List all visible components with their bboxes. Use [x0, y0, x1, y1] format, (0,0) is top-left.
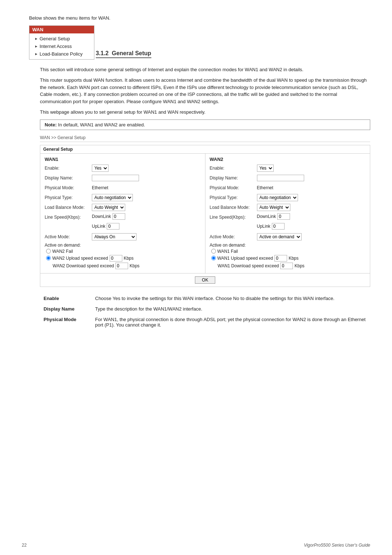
section-heading: 3.1.2 General Setup	[96, 50, 151, 58]
wan-menu-body: ► General Setup ► Internet Access ► Load…	[29, 33, 94, 59]
wan2-wan1-fail-row: WAN1 Fail	[210, 249, 366, 254]
wan1-display-name-input[interactable]	[92, 175, 139, 181]
wan2-enable-row: Enable: Yes No	[210, 164, 366, 172]
wan2-load-balance-value[interactable]: Auto Weight	[257, 204, 366, 211]
wan1-load-balance-select[interactable]: Auto Weight	[92, 204, 125, 211]
wan1-active-on-demand-label: Active on demand:	[45, 243, 81, 248]
wan1-display-name-row: Display Name:	[45, 174, 201, 182]
wan2-display-name-value[interactable]	[257, 175, 366, 181]
arrow-icon-2: ►	[34, 44, 38, 48]
wan2-line-speed-value: DownLink	[257, 213, 366, 221]
wan1-uplink-row: UpLink	[45, 223, 201, 231]
wan1-wan2-upload-input[interactable]	[110, 255, 122, 262]
form-title: General Setup	[40, 145, 370, 154]
wan2-downlink-row: DownLink	[257, 213, 366, 220]
wan2-uplink-speed-row: UpLink	[257, 223, 366, 230]
wan1-active-mode-label: Active Mode:	[45, 234, 92, 239]
wan1-physical-type-row: Physical Type: Auto negotiation	[45, 194, 201, 202]
wan2-wan1-upload-label: WAN1 Upload speed exceed	[217, 256, 273, 261]
wan2-physical-type-value[interactable]: Auto negotiation	[257, 194, 366, 201]
wan2-wan1-download-label: WAN1 Download speed exceed	[218, 263, 279, 268]
wan2-wan1-upload-input[interactable]	[274, 255, 287, 262]
desc-def-enable: Choose Yes to invoke the settings for th…	[92, 293, 369, 303]
wan1-enable-value[interactable]: Yes No	[92, 165, 201, 172]
description-table: Enable Choose Yes to invoke the settings…	[40, 293, 370, 331]
wan1-line-speed-label: Line Speed(Kbps):	[45, 215, 92, 220]
wan2-display-name-input[interactable]	[257, 175, 304, 181]
wan2-line-speed-row: Line Speed(Kbps): DownLink	[210, 213, 366, 221]
wan2-uplink-value: UpLink	[257, 223, 366, 231]
wan2-physical-mode-row: Physical Mode: Ethernet	[210, 184, 366, 192]
wan1-wan2-upload-radio[interactable]	[46, 256, 51, 260]
wan1-active-mode-value[interactable]: Always On Active on demand	[92, 233, 201, 240]
wan2-uplink-label: UpLink	[257, 224, 270, 229]
wan2-uplink-input[interactable]	[272, 223, 285, 230]
section-title: General Setup	[112, 50, 151, 56]
wan-menu-item-load-balance[interactable]: ► Load-Balance Policy	[29, 50, 94, 58]
wan1-enable-select[interactable]: Yes No	[92, 165, 109, 172]
wan2-wan1-download-unit: Kbps	[294, 263, 304, 268]
wan2-wan1-upload-radio[interactable]	[211, 256, 216, 260]
wan2-active-on-demand-label: Active on demand:	[210, 243, 246, 248]
wan1-wan2-download-unit: Kbps	[130, 263, 139, 268]
section-number: 3.1.2	[96, 50, 109, 56]
wan2-header: WAN2	[210, 157, 366, 162]
wan2-active-mode-select[interactable]: Always On Active on demand	[257, 233, 302, 240]
note-text: In default, WAN1 and WAN2 are enabled.	[58, 122, 145, 127]
wan1-enable-row: Enable: Yes No	[45, 164, 201, 172]
wan2-load-balance-label: Load Balance Mode:	[210, 205, 257, 210]
desc-row-physical-mode: Physical Mode For WAN1, the physical con…	[41, 315, 369, 330]
wan2-uplink-row: UpLink	[210, 223, 366, 231]
section-para2: This router supports dual WAN function. …	[40, 77, 370, 105]
wan2-physical-mode-label: Physical Mode:	[210, 185, 257, 190]
wan1-display-name-value[interactable]	[92, 175, 201, 181]
wan-menu-item-general-setup[interactable]: ► General Setup	[29, 35, 94, 42]
wan1-column: WAN1 Enable: Yes No Display Name:	[40, 154, 205, 273]
ok-row: OK	[40, 273, 370, 287]
wan1-wan2-download-input[interactable]	[115, 263, 128, 269]
wan1-downlink-input[interactable]	[113, 213, 125, 220]
wan2-physical-type-row: Physical Type: Auto negotiation	[210, 194, 366, 202]
wan2-enable-select[interactable]: Yes No	[257, 165, 274, 172]
wan2-physical-type-select[interactable]: Auto negotiation	[257, 194, 298, 201]
wan1-uplink-speed-row: UpLink	[92, 223, 201, 230]
wan2-downlink-input[interactable]	[277, 213, 290, 220]
arrow-icon-3: ►	[34, 52, 38, 56]
wan2-wan1-download-input[interactable]	[280, 263, 293, 269]
wan1-physical-type-select[interactable]: Auto negotiation	[92, 194, 133, 201]
wan1-wan2-upload-label: WAN2 Upload speed exceed	[52, 256, 108, 261]
wan1-display-name-label: Display Name:	[45, 175, 92, 181]
wan2-active-mode-value[interactable]: Always On Active on demand	[257, 233, 366, 240]
wan2-active-mode-label: Active Mode:	[210, 234, 257, 239]
wan1-load-balance-row: Load Balance Mode: Auto Weight	[45, 203, 201, 211]
wan1-active-mode-select[interactable]: Always On Active on demand	[92, 233, 136, 240]
wan1-physical-type-value[interactable]: Auto negotiation	[92, 194, 201, 201]
wan2-display-name-label: Display Name:	[210, 175, 257, 181]
note-label: Note:	[45, 122, 57, 127]
wan2-active-on-demand-row: Active on demand:	[210, 243, 366, 248]
ok-button[interactable]: OK	[195, 276, 215, 284]
desc-def-physical-mode: For WAN1, the physical connection is don…	[92, 315, 369, 330]
intro-text: Below shows the menu items for WAN.	[29, 15, 370, 22]
wan2-active-mode-row: Active Mode: Always On Active on demand	[210, 233, 366, 241]
wan2-physical-mode-value: Ethernet	[257, 185, 366, 190]
wan1-downlink-label: DownLink	[92, 214, 111, 219]
wan1-wan2-fail-radio[interactable]	[46, 249, 51, 254]
wan1-load-balance-value[interactable]: Auto Weight	[92, 204, 201, 211]
wan2-enable-label: Enable:	[210, 166, 257, 171]
wan2-load-balance-select[interactable]: Auto Weight	[257, 204, 290, 211]
wan1-line-speed-row: Line Speed(Kbps): DownLink	[45, 213, 201, 221]
section-para1: This section will introduce some general…	[40, 66, 370, 73]
footer: 22 VigorPro5500 Series User's Guide	[0, 543, 392, 548]
wan2-enable-value[interactable]: Yes No	[257, 165, 366, 172]
arrow-icon-1: ►	[34, 37, 38, 41]
wan2-column: WAN2 Enable: Yes No Display Name:	[205, 154, 370, 273]
wan2-wan1-fail-radio[interactable]	[211, 249, 216, 254]
wan1-physical-type-label: Physical Type:	[45, 195, 92, 200]
desc-row-enable: Enable Choose Yes to invoke the settings…	[41, 293, 369, 303]
wan1-uplink-input[interactable]	[107, 223, 119, 230]
footer-page-number: 22	[22, 543, 26, 548]
wan1-wan2-download-label: WAN2 Download speed exceed	[53, 263, 114, 268]
wan1-downlink-row: DownLink	[92, 213, 201, 220]
wan-menu-item-internet-access[interactable]: ► Internet Access	[29, 42, 94, 50]
